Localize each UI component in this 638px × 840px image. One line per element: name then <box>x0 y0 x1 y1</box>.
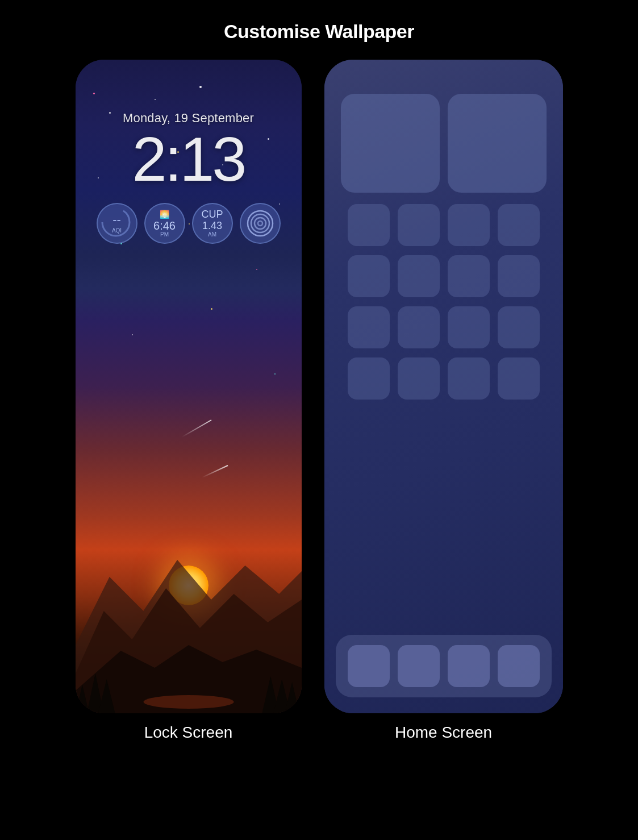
svg-point-14 <box>255 218 266 229</box>
app-icon[interactable] <box>498 255 540 297</box>
dock-icon-1[interactable] <box>348 645 390 687</box>
home-screen-label: Home Screen <box>395 723 492 742</box>
dock <box>336 635 552 697</box>
app-icon[interactable] <box>448 204 490 246</box>
home-screen-phone[interactable] <box>324 60 563 713</box>
app-icon[interactable] <box>398 255 440 297</box>
app-icon[interactable] <box>448 255 490 297</box>
app-row-1 <box>336 204 552 246</box>
lock-widgets: -- AQI 🌅 6:46 PM CUP <box>97 203 281 244</box>
sunrise-time-inner: 🌅 6:46 PM <box>153 210 176 238</box>
app-icon[interactable] <box>348 255 390 297</box>
lock-screen-column: Monday, 19 September 2:13 -- AQI � <box>76 60 302 742</box>
app-icon[interactable] <box>448 306 490 348</box>
app-icon[interactable] <box>498 357 540 400</box>
sunrise-icon: 🌅 <box>160 210 169 219</box>
app-icon[interactable] <box>448 357 490 400</box>
aqi-widget[interactable]: -- AQI <box>97 203 137 244</box>
lock-screen-content: Monday, 19 September 2:13 -- AQI � <box>76 60 302 244</box>
sunrise-widget[interactable]: 🌅 6:46 PM <box>144 203 185 244</box>
star-cyan <box>274 373 276 375</box>
home-content <box>324 60 563 713</box>
svg-point-10 <box>143 695 233 709</box>
aqi-arc <box>100 206 132 238</box>
lock-screen-label: Lock Screen <box>144 723 233 742</box>
target-rings-svg <box>245 209 275 238</box>
sunrise-time: 6:46 <box>153 220 176 231</box>
dock-icon-4[interactable] <box>498 645 540 687</box>
app-icon[interactable] <box>348 357 390 400</box>
mountains <box>76 475 302 713</box>
app-icon[interactable] <box>348 204 390 246</box>
dock-icon-3[interactable] <box>448 645 490 687</box>
target-widget[interactable] <box>240 203 281 244</box>
home-widget-1[interactable] <box>341 94 440 193</box>
cup-widget[interactable]: CUP 1.43 AM <box>192 203 233 244</box>
lock-time: 2:13 <box>132 128 244 190</box>
svg-point-11 <box>102 209 130 236</box>
page-title: Customise Wallpaper <box>224 20 414 43</box>
app-icon[interactable] <box>498 204 540 246</box>
app-row-3 <box>336 306 552 348</box>
app-row-4 <box>336 357 552 400</box>
star <box>132 334 133 335</box>
sunrise-period: PM <box>160 231 169 238</box>
phones-wrapper: Monday, 19 September 2:13 -- AQI � <box>76 60 563 742</box>
app-icon[interactable] <box>398 357 440 400</box>
app-icon[interactable] <box>498 306 540 348</box>
home-widget-row <box>336 94 552 193</box>
svg-point-15 <box>258 221 262 226</box>
app-icon[interactable] <box>398 204 440 246</box>
lock-screen-phone[interactable]: Monday, 19 September 2:13 -- AQI � <box>76 60 302 713</box>
home-screen-column: Home Screen <box>324 60 563 742</box>
app-row-2 <box>336 255 552 297</box>
home-widget-2[interactable] <box>448 94 547 193</box>
cup-period: AM <box>208 231 216 238</box>
star-pink <box>256 269 257 270</box>
cup-line2: 1.43 <box>202 221 222 232</box>
app-icon[interactable] <box>398 306 440 348</box>
cup-line1: CUP <box>201 209 223 221</box>
cup-inner: CUP 1.43 AM <box>201 209 223 238</box>
dock-icon-2[interactable] <box>398 645 440 687</box>
app-icon[interactable] <box>348 306 390 348</box>
